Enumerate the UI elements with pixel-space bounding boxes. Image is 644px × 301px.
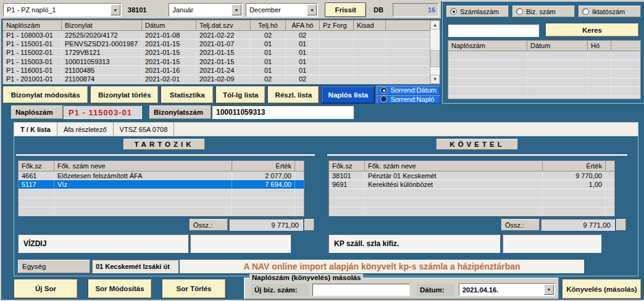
tartozik-note-field-2[interactable] [190, 234, 291, 253]
col-header[interactable]: Naplószám [3, 20, 62, 30]
month-to-select[interactable]: December ▼ [246, 3, 318, 17]
table-row[interactable]: P1 - 116001-01 21100485 2021-01-16 2021-… [3, 66, 430, 75]
search-mode-radios: Számlaszám Biz. szám Iktatószám [446, 6, 641, 17]
radio-biz-szam[interactable]: Biz. szám [512, 6, 575, 17]
kovetel-total-value: 9 771,00 [541, 219, 615, 231]
radio-selected-icon[interactable] [380, 87, 387, 94]
table-row[interactable]: P1 - 115001-01 PENVSZSD21-0001987 2021-0… [3, 39, 430, 48]
empty-row [329, 198, 614, 207]
ledger-row-selected[interactable]: 5117 Víz 7 694,00 [19, 180, 304, 189]
radio-szamlaszam[interactable]: Számlaszám [446, 6, 509, 17]
nav-import-annotation: A NAV online import alapján könyvelt kp-… [180, 260, 584, 273]
col-header[interactable]: Naplószám [448, 41, 527, 51]
db-count: 16 [393, 3, 439, 17]
col-header[interactable]: Pz Forg [320, 20, 354, 30]
empty-row [448, 60, 640, 70]
kovetel-note-field[interactable]: KP száll. szla kifiz. [328, 234, 500, 253]
bizonylat-label: Bizonylatszám [149, 105, 211, 119]
table-row[interactable]: P1 - 201001-01 21100874 2021-02-01 2021-… [3, 75, 430, 84]
tartozik-total-label: Össz.: [190, 219, 228, 231]
tartozik-note-field[interactable]: VÍZDIJ [18, 234, 188, 253]
search-button[interactable]: Keres [545, 23, 639, 37]
groupbox-title: Naplószám (könyvelés) másolás [249, 274, 363, 281]
tartozik-title: TARTOZIK [123, 139, 205, 150]
col-header[interactable]: Kisad [354, 20, 386, 30]
search-input[interactable] [448, 24, 539, 37]
ledger-row[interactable]: 38101 Pénztár 01 Kecskemét 9 770,00 [329, 171, 614, 180]
account-field: 38101 [125, 3, 166, 17]
col-header[interactable]: Telj.hó [251, 20, 286, 30]
sort-by-journal-option[interactable]: Sorrend:Napló [377, 95, 440, 104]
col-header[interactable]: Dátum [527, 41, 588, 51]
table-row[interactable]: P1 - 108003-01 22525/2020/4172 2021-01-0… [3, 31, 430, 39]
dropdown-arrow-icon[interactable]: ▼ [307, 4, 317, 15]
radio-unselected-icon[interactable] [516, 8, 523, 15]
delete-row-button[interactable]: Sor Törlés [162, 279, 226, 299]
table-header-row: Naplószám Dátum Hó [448, 41, 640, 51]
col-header[interactable]: Telj.dat.szv [196, 20, 251, 30]
col-header: Fők. szám neve [54, 161, 232, 171]
naplo-label: Naplószám [11, 105, 63, 119]
col-header: Fők.sz [329, 161, 365, 171]
egyseg-value-field[interactable]: 01 Kecskemét Izsáki út [92, 260, 178, 273]
month-from-select[interactable]: Január ▼ [169, 3, 242, 17]
col-header[interactable]: Hó [588, 41, 611, 51]
radio-iktatoszam[interactable]: Iktatószám [579, 6, 641, 17]
search-results-table: Naplószám Dátum Hó [448, 40, 641, 99]
empty-row [19, 198, 304, 207]
kovetel-table: Fők.sz Fők. szám neve Érték 38101 Pénztá… [328, 160, 615, 216]
date-select[interactable]: 2021.04.16. ▼ [459, 283, 555, 296]
refresh-button[interactable]: Frissít [325, 2, 366, 17]
scrollbar-thumb[interactable] [430, 50, 440, 67]
ledger-row[interactable]: 4661 Előzetesen felszámított ÁFA 2 077,0… [19, 171, 304, 180]
radio-unselected-icon[interactable] [582, 8, 589, 15]
scroll-down-icon[interactable]: ▼ [430, 75, 440, 84]
sort-by-date-option[interactable]: Sorrend:Dátum [377, 86, 440, 95]
bizonylat-value-field[interactable]: 100011059313 [212, 105, 354, 119]
table-row[interactable]: P1 - 115002-01 1729VB121 2021-01-15 2021… [3, 49, 430, 57]
new-doc-number-input[interactable] [312, 284, 410, 296]
scroll-up-icon[interactable]: ▲ [430, 20, 440, 30]
date-select-value: 2021.04.16. [462, 286, 498, 294]
ledger-row[interactable]: 9691 Kerekítési különbözet 1,00 [329, 180, 614, 189]
month-from-value: Január [172, 6, 193, 14]
col-header: Fők. szám neve [365, 161, 543, 171]
toolbar: P1 - PZ napló_1 ▼ 38101 Január ▼ Decembe… [1, 1, 441, 19]
dropdown-arrow-icon[interactable]: ▼ [111, 4, 120, 15]
col-header[interactable]: Bizonylat [62, 20, 142, 30]
document-delete-button[interactable]: Bizonylat törlés [90, 86, 159, 104]
kovetel-note-field-2[interactable] [503, 234, 601, 253]
table-row[interactable]: P1 - 115003-01 100011059313 2021-01-15 2… [3, 57, 430, 66]
journal-entries-table: Naplószám Bizonylat Dátum Telj.dat.szv T… [2, 20, 440, 85]
vertical-scrollbar[interactable]: ▲ ▼ [430, 20, 440, 84]
statistics-button[interactable]: Statisztika [161, 86, 214, 104]
journal-select-value: P1 - PZ napló_1 [7, 6, 56, 14]
tab-vtsz[interactable]: VTSZ 65A 0708 [114, 123, 175, 136]
radio-unselected-icon[interactable] [380, 96, 387, 102]
kovetel-total-label: Össz.: [501, 219, 540, 231]
modify-row-button[interactable]: Sor Módosítás [88, 279, 152, 299]
tab-tk-lista[interactable]: T / K lista [14, 123, 57, 136]
tab-strip: T / K lista Áfa részletező VTSZ 65A 0708 [14, 122, 638, 136]
table-header-row: Naplószám Bizonylat Dátum Telj.dat.szv T… [3, 20, 430, 31]
tab-afa-reszletezo[interactable]: Áfa részletező [57, 123, 114, 136]
copy-booking-groupbox: Naplószám (könyvelés) másolás Új biz. sz… [244, 278, 559, 299]
record-row: Naplószám P1 - 115003-01 Bizonylatszám 1… [1, 105, 644, 120]
new-row-button[interactable]: Új Sor [14, 279, 78, 299]
empty-row [448, 87, 640, 96]
account-value: 38101 [128, 6, 147, 14]
db-label: DB [370, 3, 390, 17]
book-copy-button[interactable]: Könyvelés (másolás) [562, 279, 642, 299]
table-header-row: Fők.sz Fők. szám neve Érték [329, 161, 614, 171]
radio-selected-icon[interactable] [450, 8, 457, 15]
document-modify-button[interactable]: Bizonylat módosítás [2, 86, 88, 104]
dropdown-arrow-icon[interactable]: ▼ [544, 284, 554, 295]
col-header[interactable]: Dátum [142, 20, 196, 30]
dropdown-arrow-icon[interactable]: ▼ [232, 4, 241, 15]
col-header[interactable]: ÁFA hó [286, 20, 320, 30]
journal-select[interactable]: P1 - PZ napló_1 ▼ [3, 3, 122, 17]
range-list-button[interactable]: Tól-Ig lista [215, 86, 266, 104]
new-doc-number-label: Új biz. szám: [251, 284, 309, 296]
detail-list-button[interactable]: Részl. lista [267, 86, 319, 104]
journal-list-button[interactable]: Naplós lista [321, 86, 375, 104]
